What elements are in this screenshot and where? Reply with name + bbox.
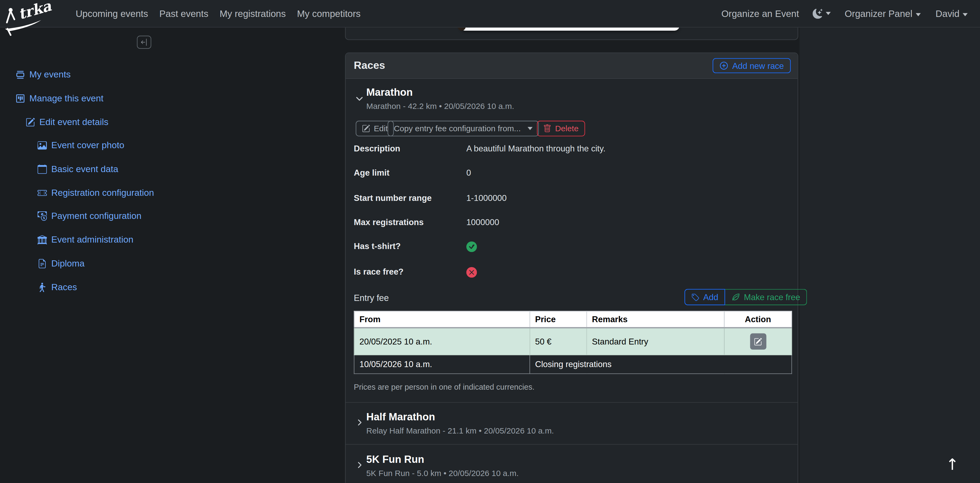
sidebar-item-event-administration[interactable]: Event administration [38, 233, 134, 246]
add-entry-fee-button[interactable]: Add [685, 289, 725, 305]
table-row: 20/05/2025 10 a.m. 50 € Standard Entry [354, 328, 792, 355]
leaf-icon [731, 293, 740, 301]
navbar: trka Upcoming events Past events My regi… [0, 0, 980, 27]
pencil-square-icon [25, 117, 35, 127]
main-nav: Upcoming events Past events My registrat… [70, 0, 366, 27]
race-subtitle-5k-fun-run: 5K Fun Run - 5.0 km • 20/05/2026 10 a.m. [366, 469, 519, 478]
trash-icon [543, 124, 551, 132]
check-circle-icon [466, 241, 477, 252]
entry-fee-button-group: Add Make race free [685, 289, 807, 305]
delete-race-button[interactable]: Delete [537, 121, 585, 136]
table-header-row: From Price Remarks Action [354, 311, 792, 328]
file-text-icon [38, 259, 47, 268]
nav-my-registrations[interactable]: My registrations [214, 8, 291, 19]
table-row: 10/05/2026 10 a.m. Closing registrations [354, 355, 792, 374]
race-title-marathon[interactable]: Marathon [366, 86, 413, 98]
chevron-down-icon [915, 13, 921, 16]
collection-icon [16, 70, 25, 79]
fee-remarks-cell: Standard Entry [587, 328, 724, 355]
make-race-free-button[interactable]: Make race free [725, 289, 807, 305]
chevron-down-icon [826, 12, 831, 15]
chevron-down-icon [528, 127, 533, 130]
sidebar-item-my-events[interactable]: My events [16, 68, 71, 81]
detail-row-has-tshirt: Has t-shirt? [354, 241, 789, 252]
kanban-icon [16, 94, 25, 103]
nav-past-events[interactable]: Past events [154, 8, 214, 19]
race-divider [346, 444, 797, 445]
add-new-race-button[interactable]: Add new race [713, 58, 791, 73]
column-header-from: From [354, 311, 530, 328]
pencil-square-icon [754, 338, 762, 346]
sidebar-item-diploma[interactable]: Diploma [38, 257, 85, 270]
races-card: Races Add new race Marathon Marathon - 4… [345, 53, 798, 483]
page-title: Races [354, 59, 385, 72]
theme-dropdown[interactable] [810, 8, 834, 18]
image-icon [38, 140, 47, 150]
arrow-bar-left-icon [140, 38, 148, 46]
sidebar-collapse-button[interactable] [137, 36, 151, 49]
chevron-down-icon[interactable] [355, 94, 364, 103]
sidebar-item-event-cover-photo[interactable]: Event cover photo [38, 139, 124, 151]
fee-note-cell: Closing registrations [530, 355, 792, 374]
column-header-action: Action [724, 311, 792, 328]
entry-fee-table: From Price Remarks Action 20/05/2025 10 … [354, 311, 792, 374]
fee-from-cell: 10/05/2026 10 a.m. [354, 355, 530, 374]
sidebar-item-edit-event-details[interactable]: Edit event details [25, 116, 108, 128]
fee-action-cell [724, 328, 792, 355]
plus-circle-icon [720, 61, 729, 70]
nav-organize-event[interactable]: Organize an Event [718, 8, 803, 19]
moon-stars-icon [813, 8, 823, 18]
calendar-icon [38, 164, 47, 174]
person-walking-icon [38, 282, 47, 292]
copy-entry-fee-dropdown[interactable]: Copy entry fee configuration from... [388, 121, 539, 136]
chevron-down-icon [963, 13, 967, 16]
detail-row-description: Description A beautiful Marathon through… [354, 144, 789, 153]
prices-note: Prices are per person in one of indicate… [354, 383, 535, 392]
cash-coin-icon [38, 211, 47, 220]
pencil-square-icon [362, 124, 370, 132]
column-header-remarks: Remarks [587, 311, 724, 328]
detail-row-age-limit: Age limit 0 [354, 168, 789, 178]
entry-fee-label: Entry fee [354, 293, 389, 303]
svg-text:trka: trka [16, 0, 54, 23]
sidebar-item-basic-event-data[interactable]: Basic event data [38, 163, 119, 175]
nav-user-menu[interactable]: David [932, 8, 971, 19]
fee-price-cell: 50 € [530, 328, 587, 355]
x-circle-icon [466, 267, 477, 278]
nav-my-competitors[interactable]: My competitors [291, 8, 366, 19]
column-header-price: Price [530, 311, 587, 328]
scroll-to-top-button[interactable]: ↑ [946, 455, 959, 473]
navbar-right: Organize an Event Organizer Panel David [718, 0, 971, 27]
brand-logo[interactable]: trka [2, 0, 67, 38]
viewport: trka Upcoming events Past events My regi… [0, 0, 980, 483]
fee-from-cell: 20/05/2025 10 a.m. [354, 328, 530, 355]
detail-row-max-registrations: Max registrations 1000000 [354, 218, 789, 227]
race-title-half-marathon[interactable]: Half Marathon [366, 411, 435, 423]
detail-row-is-race-free: Is race free? [354, 267, 789, 278]
tag-icon [691, 293, 699, 301]
race-subtitle-marathon: Marathon - 42.2 km • 20/05/2026 10 a.m. [366, 101, 514, 111]
sidebar-item-registration-configuration[interactable]: Registration configuration [38, 187, 154, 199]
detail-row-start-number-range: Start number range 1-1000000 [354, 193, 789, 203]
nav-upcoming-events[interactable]: Upcoming events [70, 8, 153, 19]
bank-icon [38, 235, 47, 244]
chevron-right-icon[interactable] [356, 418, 364, 427]
chevron-right-icon[interactable] [356, 461, 364, 469]
race-title-5k-fun-run[interactable]: 5K Fun Run [366, 453, 424, 465]
sidebar-item-payment-configuration[interactable]: Payment configuration [38, 209, 142, 222]
race-subtitle-half-marathon: Relay Half Marathon - 21.1 km • 20/05/20… [366, 426, 554, 435]
races-card-header: Races Add new race [346, 53, 797, 79]
race-divider [346, 402, 797, 403]
edit-entry-fee-button[interactable] [750, 333, 766, 350]
ticket-icon [38, 188, 47, 198]
sidebar-item-races[interactable]: Races [38, 281, 77, 293]
nav-organizer-panel[interactable]: Organizer Panel [841, 8, 924, 19]
sidebar-item-manage-this-event[interactable]: Manage this event [16, 92, 103, 105]
